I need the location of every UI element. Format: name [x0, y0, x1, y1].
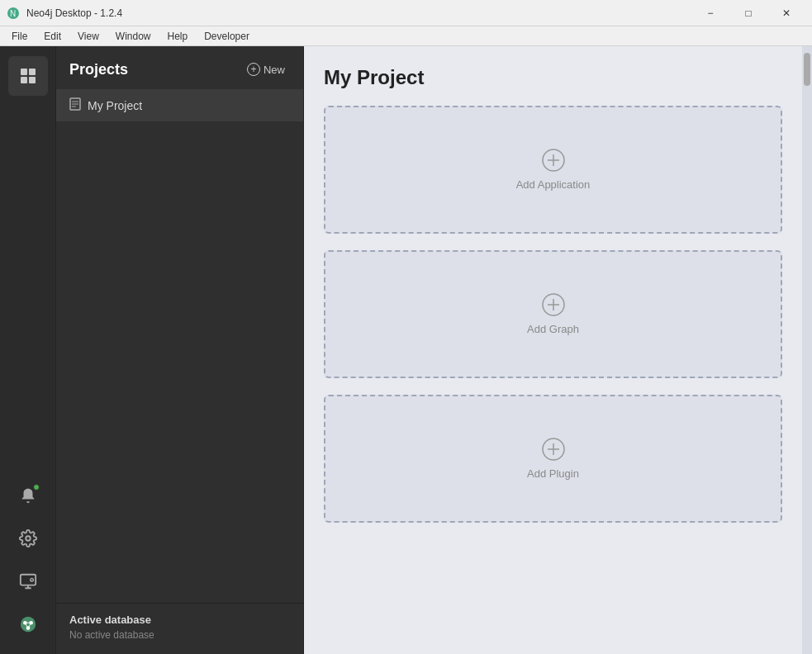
neo4j-brand-icon-btn[interactable]: [8, 604, 48, 644]
new-button-label: New: [264, 64, 285, 76]
title-bar: N Neo4j Desktop - 1.2.4 − □ ✕: [0, 0, 812, 26]
svg-rect-5: [29, 77, 36, 83]
project-item-my-project[interactable]: My Project: [56, 89, 303, 121]
add-graph-card[interactable]: Add Graph: [324, 250, 782, 378]
sidebar-projects-icon[interactable]: [8, 56, 48, 96]
add-graph-icon: [542, 293, 565, 316]
add-plugin-card[interactable]: Add Plugin: [324, 395, 782, 523]
svg-rect-4: [21, 77, 27, 83]
icon-sidebar: [0, 46, 56, 654]
active-database-section: Active database No active database: [56, 603, 303, 654]
add-graph-label: Add Graph: [527, 323, 579, 335]
window-title: Neo4j Desktop - 1.2.4: [26, 7, 122, 19]
icon-sidebar-top: [8, 53, 48, 476]
main-title: My Project: [324, 66, 782, 89]
monitor-db-icon: [19, 572, 37, 590]
settings-icon-btn[interactable]: [8, 519, 48, 558]
scrollbar-thumb[interactable]: [804, 53, 810, 86]
add-plugin-label: Add Plugin: [527, 467, 579, 480]
project-name: My Project: [88, 99, 142, 112]
new-project-button[interactable]: + New: [242, 59, 290, 79]
database-settings-icon-btn[interactable]: [8, 562, 48, 601]
active-database-label: Active database: [69, 614, 290, 626]
menu-developer[interactable]: Developer: [196, 29, 258, 44]
gear-icon: [19, 529, 37, 547]
add-application-label: Add Application: [516, 178, 591, 191]
menu-help[interactable]: Help: [159, 29, 197, 44]
menu-edit[interactable]: Edit: [36, 29, 69, 44]
minimize-button[interactable]: −: [691, 0, 729, 26]
notification-dot: [33, 484, 40, 490]
icon-sidebar-bottom: [8, 476, 48, 654]
add-application-icon: [542, 149, 565, 172]
svg-rect-3: [29, 69, 36, 75]
projects-title: Projects: [69, 61, 128, 78]
menu-bar: File Edit View Window Help Developer: [0, 26, 812, 46]
app-body: Projects + New My Project Ac: [0, 46, 812, 654]
projects-header: Projects + New: [56, 46, 303, 89]
menu-window[interactable]: Window: [107, 29, 159, 44]
menu-file[interactable]: File: [3, 29, 36, 44]
svg-point-9: [31, 580, 32, 581]
svg-text:N: N: [10, 9, 16, 18]
add-plugin-icon: [542, 438, 565, 461]
neo4j-brand-icon: [19, 615, 37, 633]
right-scrollbar[interactable]: [802, 46, 812, 654]
menu-view[interactable]: View: [69, 29, 107, 44]
grid-icon: [19, 67, 37, 85]
svg-point-6: [26, 536, 31, 541]
svg-rect-2: [21, 69, 27, 75]
add-application-card[interactable]: Add Application: [324, 106, 782, 234]
notifications-icon-btn[interactable]: [8, 476, 48, 515]
title-bar-left: N Neo4j Desktop - 1.2.4: [7, 7, 122, 20]
file-icon: [69, 97, 81, 113]
svg-point-13: [26, 626, 30, 630]
projects-sidebar: Projects + New My Project Ac: [56, 46, 304, 654]
main-content: My Project Add Application Add Graph: [304, 46, 802, 654]
close-button[interactable]: ✕: [767, 0, 805, 26]
maximize-button[interactable]: □: [729, 0, 767, 26]
project-list: My Project: [56, 89, 303, 603]
active-database-value: No active database: [69, 629, 290, 641]
neo4j-icon: N: [7, 7, 20, 20]
plus-icon: +: [247, 63, 260, 76]
title-bar-controls: − □ ✕: [691, 0, 805, 26]
